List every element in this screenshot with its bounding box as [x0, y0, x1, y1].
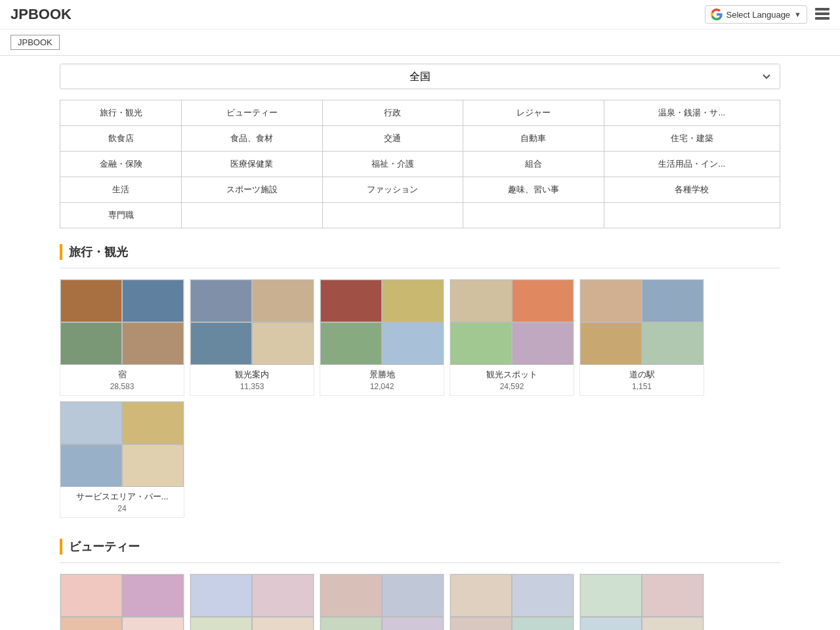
cat-government[interactable]: 行政 [322, 100, 463, 126]
cat-spa[interactable]: 温泉・銭湯・サ... [604, 100, 780, 126]
card-service[interactable]: サービスエリア・パー... 24 [60, 401, 184, 518]
cat-auto[interactable]: 自動車 [463, 126, 604, 152]
card-img-cell [252, 322, 314, 365]
card-beauty-3[interactable] [320, 574, 444, 630]
category-row: 旅行・観光 ビューティー 行政 レジャー 温泉・銭湯・サ... [60, 100, 780, 126]
cat-goods[interactable]: 生活用品・イン... [604, 152, 780, 177]
card-name-service: サービスエリア・パー... [66, 491, 178, 503]
card-name-kankouana: 観光案内 [196, 369, 308, 381]
travel-card-grid-2: サービスエリア・パー... 24 [60, 401, 780, 518]
card-img-cell [512, 280, 574, 322]
card-image-service [60, 402, 184, 487]
card-count-michinoeki: 1,151 [585, 382, 698, 391]
card-img-cell [122, 574, 184, 617]
card-image-beauty-4 [450, 574, 574, 630]
main-content: 全国 北海道 東北 関東 中部 近畿 中国 四国 九州・沖縄 旅行・観光 ビュー… [49, 56, 791, 630]
cat-welfare[interactable]: 福祉・介護 [322, 152, 463, 177]
card-name-yado: 宿 [66, 369, 178, 381]
cat-union[interactable]: 組合 [463, 152, 604, 177]
cat-sports[interactable]: スポーツ施設 [182, 177, 323, 203]
card-img-cell [642, 280, 704, 322]
language-label: Select Language [726, 10, 791, 20]
category-row: 金融・保険 医療保健業 福祉・介護 組合 生活用品・イン... [60, 152, 780, 177]
site-logo[interactable]: JPBOOK [10, 6, 72, 23]
card-img-cell [512, 617, 574, 630]
cat-housing[interactable]: 住宅・建築 [604, 126, 780, 152]
cat-finance[interactable]: 金融・保険 [60, 152, 182, 177]
card-img-cell [190, 617, 252, 630]
card-img-cell [60, 574, 122, 617]
card-img-cell [190, 322, 252, 365]
card-info-kankouana: 観光案内 11,353 [190, 365, 314, 395]
card-count-yado: 28,583 [66, 382, 178, 391]
cat-hobby[interactable]: 趣味、習い事 [463, 177, 604, 203]
category-row: 飲食店 食品、食材 交通 自動車 住宅・建築 [60, 126, 780, 152]
card-image-michinoeki [580, 280, 704, 365]
card-info-yado: 宿 28,583 [60, 365, 184, 395]
card-michinoeki[interactable]: 道の駅 1,151 [579, 279, 704, 396]
cat-professional[interactable]: 専門職 [60, 203, 182, 228]
cat-transport[interactable]: 交通 [322, 126, 463, 152]
card-keishochi[interactable]: 景勝地 12,042 [320, 279, 444, 396]
card-image-beauty-5 [580, 574, 704, 630]
card-img-cell [122, 402, 184, 444]
section-divider-beauty [60, 562, 780, 563]
breadcrumb-bar: JPBOOK [0, 30, 840, 56]
card-beauty-2[interactable] [190, 574, 314, 630]
card-image-beauty-3 [320, 574, 444, 630]
cat-food[interactable]: 飲食店 [60, 126, 182, 152]
card-img-cell [320, 322, 382, 365]
card-img-cell [122, 322, 184, 365]
language-selector[interactable]: Select Language ▼ [705, 5, 807, 24]
category-row: 生活 スポーツ施設 ファッション 趣味、習い事 各種学校 [60, 177, 780, 203]
svg-rect-1 [815, 12, 830, 15]
cat-life[interactable]: 生活 [60, 177, 182, 203]
card-yado[interactable]: 宿 28,583 [60, 279, 184, 396]
card-img-cell [60, 617, 122, 630]
card-img-cell [60, 280, 122, 322]
card-beauty-1[interactable] [60, 574, 184, 630]
card-image-yado [60, 280, 184, 365]
card-img-cell [580, 574, 642, 617]
card-img-cell [252, 280, 314, 322]
card-img-cell [642, 322, 704, 365]
category-row: 専門職 [60, 203, 780, 228]
cat-fashion[interactable]: ファッション [322, 177, 463, 203]
card-image-beauty-1 [60, 574, 184, 630]
card-beauty-5[interactable] [579, 574, 704, 630]
card-img-cell [122, 280, 184, 322]
card-img-cell [512, 322, 574, 365]
cat-school[interactable]: 各種学校 [604, 177, 780, 203]
card-img-cell [60, 402, 122, 444]
card-kankouana[interactable]: 観光案内 11,353 [190, 279, 314, 396]
card-img-cell [382, 617, 444, 630]
card-img-cell [320, 574, 382, 617]
card-info-service: サービスエリア・パー... 24 [60, 487, 184, 517]
cat-beauty[interactable]: ビューティー [182, 100, 323, 126]
card-image-kankouana [190, 280, 314, 365]
cat-empty4 [604, 203, 780, 228]
cat-empty3 [463, 203, 604, 228]
cat-leisure[interactable]: レジャー [463, 100, 604, 126]
card-name-kankouspot: 観光スポット [455, 369, 568, 381]
card-count-keishochi: 12,042 [326, 382, 438, 391]
section-beauty: ビューティー [60, 539, 780, 630]
travel-card-grid: 宿 28,583 観光案内 11,353 [60, 279, 780, 396]
cat-foodstuff[interactable]: 食品、食材 [182, 126, 323, 152]
card-info-michinoeki: 道の駅 1,151 [580, 365, 704, 395]
card-beauty-4[interactable] [450, 574, 574, 630]
card-info-keishochi: 景勝地 12,042 [320, 365, 444, 395]
card-img-cell [580, 280, 642, 322]
card-img-cell [450, 322, 512, 365]
card-kankouspot[interactable]: 観光スポット 24,592 [450, 279, 574, 396]
language-arrow: ▼ [794, 10, 801, 18]
list-view-icon[interactable] [815, 8, 830, 22]
card-name-keishochi: 景勝地 [326, 369, 438, 381]
cat-travel[interactable]: 旅行・観光 [60, 100, 182, 126]
region-selector[interactable]: 全国 北海道 東北 関東 中部 近畿 中国 四国 九州・沖縄 [60, 64, 780, 89]
breadcrumb-home[interactable]: JPBOOK [10, 35, 60, 50]
card-image-kankouspot [450, 280, 574, 365]
cat-medical[interactable]: 医療保健業 [182, 152, 323, 177]
header: JPBOOK Select Language ▼ [0, 0, 840, 30]
card-img-cell [580, 322, 642, 365]
